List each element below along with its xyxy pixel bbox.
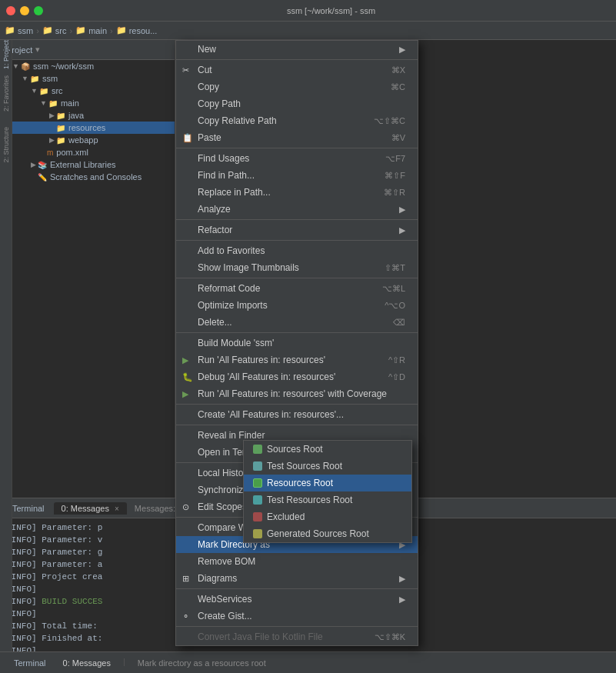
sidebar-item-scratches[interactable]: ▶ ✏️ Scratches and Consoles xyxy=(0,171,175,183)
shortcut: ⌥⇧⌘C xyxy=(374,116,405,126)
panel-divider: | xyxy=(123,657,125,669)
menu-item-copy-path[interactable]: Copy Path xyxy=(176,95,418,112)
menu-label: Refactor xyxy=(198,225,232,235)
menu-label: Run 'All Features in: resources' xyxy=(198,355,325,365)
menu-item-create-gist[interactable]: ⚬ Create Gist... xyxy=(176,608,418,625)
menu-separator xyxy=(176,425,418,425)
minimize-button[interactable] xyxy=(20,6,29,15)
side-label-project[interactable]: 1: Project xyxy=(2,40,10,75)
menu-item-cut[interactable]: ✂ Cut ⌘X xyxy=(176,62,418,78)
sidebar-item-main[interactable]: ▼ 📁 main xyxy=(0,97,175,109)
tree-label: ssm xyxy=(42,74,58,83)
expand-arrow: ▼ xyxy=(22,75,28,82)
sidebar-item-ssm-module[interactable]: ▼ 📁 ssm xyxy=(0,72,175,85)
expand-arrow: ▶ xyxy=(40,148,45,156)
breadcrumb-item[interactable]: 📁 ssm xyxy=(5,25,33,35)
sidebar-item-webapp[interactable]: ▶ 📁 webapp xyxy=(0,134,175,146)
shortcut: ^⇧D xyxy=(388,372,405,382)
submenu-item-resources-root[interactable]: Resources Root xyxy=(244,475,411,491)
submenu-item-sources-root[interactable]: Sources Root xyxy=(244,441,411,458)
menu-label: Copy Path xyxy=(198,98,241,109)
breadcrumb-item[interactable]: 📁 src xyxy=(42,25,67,35)
status-tab-messages[interactable]: 0: Messages xyxy=(55,657,118,669)
scratches-icon: ✏️ xyxy=(38,173,47,182)
menu-separator xyxy=(176,404,418,405)
expand-arrow: ▼ xyxy=(40,99,47,107)
breadcrumb-item[interactable]: 📁 main xyxy=(75,25,107,35)
maximize-button[interactable] xyxy=(34,6,43,15)
side-label-structure[interactable]: 2: Structure xyxy=(2,127,10,178)
menu-item-copy[interactable]: Copy ⌘C xyxy=(176,78,418,95)
menu-item-new[interactable]: New ▶ xyxy=(176,41,418,58)
submenu-label: Test Resources Root xyxy=(267,495,352,505)
menu-item-remove-bom[interactable]: Remove BOM xyxy=(176,553,418,570)
tree-label: resources xyxy=(68,123,105,132)
submenu-item-gen-sources-root[interactable]: Generated Sources Root xyxy=(244,525,411,542)
sidebar-item-java[interactable]: ▶ 📁 java xyxy=(0,109,175,122)
menu-item-optimize-imports[interactable]: Optimize Imports ^⌥O xyxy=(176,297,418,314)
menu-item-convert-java[interactable]: Convert Java File to Kotlin File ⌥⇧⌘K xyxy=(176,628,418,645)
run-icon: ▶ xyxy=(182,355,188,365)
menu-item-find-in-path[interactable]: Find in Path... ⌘⇧F xyxy=(176,167,418,184)
library-icon: 📚 xyxy=(38,161,47,169)
menu-label: New xyxy=(198,44,216,55)
submenu-item-excluded[interactable]: Excluded xyxy=(244,508,411,525)
menu-item-find-usages[interactable]: Find Usages ⌥F7 xyxy=(176,150,418,167)
menu-item-run-features[interactable]: ▶ Run 'All Features in: resources' ^⇧R xyxy=(176,351,418,368)
scope-icon: ⊙ xyxy=(182,502,189,512)
sidebar-item-external-libs[interactable]: ▶ 📚 External Libraries xyxy=(0,158,175,171)
submenu-label: Sources Root xyxy=(267,444,323,455)
menu-item-replace-in-path[interactable]: Replace in Path... ⌘⇧R xyxy=(176,184,418,201)
submenu-label: Resources Root xyxy=(267,478,333,488)
sidebar-item-ssm-root[interactable]: ▼ 📦 ssm ~/work/ssm xyxy=(0,60,175,72)
submenu-item-test-resources-root[interactable]: Test Resources Root xyxy=(244,491,411,508)
menu-item-create-features[interactable]: Create 'All Features in: resources'... xyxy=(176,406,418,423)
menu-label: Copy Relative Path xyxy=(198,115,277,126)
folder-icon: 📁 xyxy=(56,112,65,120)
menu-item-show-thumbnails[interactable]: Show Image Thumbnails ⇧⌘T xyxy=(176,259,418,276)
breadcrumb-item[interactable]: 📁 resou... xyxy=(116,25,158,35)
tab-messages[interactable]: 0: Messages × xyxy=(54,502,127,515)
menu-item-analyze[interactable]: Analyze ▶ xyxy=(176,201,418,218)
folder-icon: 📁 xyxy=(116,25,127,35)
resources-root-icon xyxy=(253,478,262,488)
menu-item-paste[interactable]: 📋 Paste ⌘V xyxy=(176,129,418,146)
side-label-favorites[interactable]: 2: Favorites xyxy=(2,75,10,127)
title-bar: ssm [~/work/ssm] - ssm xyxy=(0,0,616,22)
expand-arrow: ▶ xyxy=(31,161,36,168)
sidebar-item-resources[interactable]: ▶ 📁 resources xyxy=(0,122,175,134)
project-icon: 📦 xyxy=(21,62,30,71)
menu-item-diagrams[interactable]: ⊞ Diagrams ▶ xyxy=(176,570,418,587)
menu-label: Convert Java File to Kotlin File xyxy=(198,631,323,642)
context-menu: New ▶ ✂ Cut ⌘X Copy ⌘C Copy Path Copy Re… xyxy=(175,40,418,646)
menu-separator xyxy=(176,240,418,241)
menu-item-copy-relative-path[interactable]: Copy Relative Path ⌥⇧⌘C xyxy=(176,112,418,129)
close-button[interactable] xyxy=(6,6,15,15)
menu-separator xyxy=(176,278,418,278)
submenu-arrow-icon: ▶ xyxy=(399,205,405,215)
shortcut: ⌘X xyxy=(391,65,405,75)
status-tab-terminal[interactable]: Terminal xyxy=(6,657,54,669)
test-sources-icon xyxy=(253,461,262,471)
mark-directory-submenu: Sources Root Test Sources Root Resources… xyxy=(243,440,412,543)
menu-item-debug-features[interactable]: 🐛 Debug 'All Features in: resources' ^⇧D xyxy=(176,368,418,385)
sidebar-item-src[interactable]: ▼ 📁 src xyxy=(0,85,175,97)
menu-item-build-module[interactable]: Build Module 'ssm' xyxy=(176,335,418,351)
shortcut: ^⌥O xyxy=(385,301,405,311)
menu-label: Build Module 'ssm' xyxy=(198,338,274,348)
menu-item-reformat[interactable]: Reformat Code ⌥⌘L xyxy=(176,280,418,297)
menu-item-refactor[interactable]: Refactor ▶ xyxy=(176,222,418,238)
test-resources-icon xyxy=(253,495,262,505)
menu-item-webservices[interactable]: WebServices ▶ xyxy=(176,591,418,608)
menu-item-delete[interactable]: Delete... ⌫ xyxy=(176,314,418,331)
menu-label: Paste xyxy=(198,132,221,143)
menu-item-run-coverage[interactable]: ▶ Run 'All Features in: resources' with … xyxy=(176,385,418,402)
tab-label: Terminal xyxy=(12,504,45,513)
panel-close-icon[interactable]: × xyxy=(115,505,119,513)
shortcut: ⌘⇧R xyxy=(384,188,405,198)
sidebar-item-pom[interactable]: ▶ m pom.xml xyxy=(0,146,175,158)
shortcut: ⌫ xyxy=(393,318,405,328)
menu-item-add-favorites[interactable]: Add to Favorites xyxy=(176,242,418,259)
submenu-item-test-sources-root[interactable]: Test Sources Root xyxy=(244,458,411,475)
expand-arrow: ▼ xyxy=(31,87,38,95)
